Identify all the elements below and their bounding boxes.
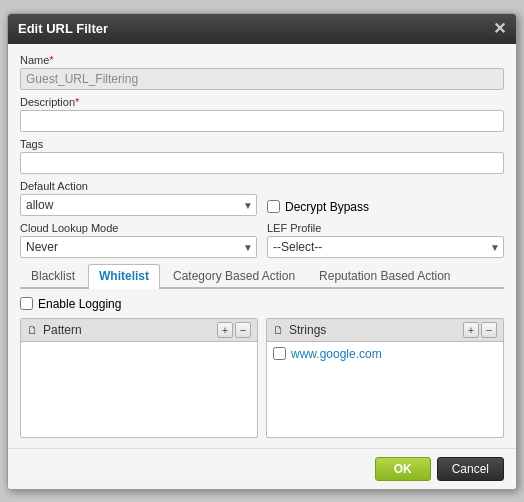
strings-header-left: 🗋 Strings: [273, 323, 326, 337]
cloud-lookup-wrap: Never Always On Demand ▼: [20, 236, 257, 258]
pattern-add-button[interactable]: +: [217, 322, 233, 338]
tabs-row: Blacklist Whitelist Category Based Actio…: [20, 264, 504, 289]
cloud-lookup-select[interactable]: Never Always On Demand: [20, 236, 257, 258]
decrypt-bypass-checkbox[interactable]: [267, 200, 280, 213]
default-action-row: Default Action allow block ▼ Decrypt Byp…: [20, 180, 504, 216]
pattern-header: 🗋 Pattern + −: [21, 319, 257, 342]
strings-icon: 🗋: [273, 324, 284, 336]
lef-profile-label: LEF Profile: [267, 222, 504, 234]
pattern-header-left: 🗋 Pattern: [27, 323, 82, 337]
table-row: www.google.com: [273, 345, 497, 363]
edit-url-filter-dialog: Edit URL Filter ✕ Name* Description* Tag…: [7, 13, 517, 490]
description-input[interactable]: [20, 110, 504, 132]
strings-actions: + −: [463, 322, 497, 338]
cloud-lef-row: Cloud Lookup Mode Never Always On Demand…: [20, 222, 504, 258]
pattern-panel: 🗋 Pattern + −: [20, 318, 258, 438]
name-label: Name*: [20, 54, 504, 66]
strings-header: 🗋 Strings + −: [267, 319, 503, 342]
strings-add-button[interactable]: +: [463, 322, 479, 338]
name-input[interactable]: [20, 68, 504, 90]
tags-label: Tags: [20, 138, 504, 150]
dialog-title: Edit URL Filter: [18, 21, 108, 36]
pattern-remove-button[interactable]: −: [235, 322, 251, 338]
decrypt-bypass-label: Decrypt Bypass: [285, 200, 369, 214]
name-field-row: Name*: [20, 54, 504, 90]
enable-logging-label: Enable Logging: [38, 297, 121, 311]
pattern-body: [21, 342, 257, 348]
table-section: 🗋 Pattern + − 🗋 Strings: [20, 318, 504, 438]
dialog-body: Name* Description* Tags Default Action a…: [8, 44, 516, 448]
tab-whitelist[interactable]: Whitelist: [88, 264, 160, 289]
tab-reputation-based-action[interactable]: Reputation Based Action: [308, 264, 461, 287]
enable-logging-row: Enable Logging: [20, 297, 504, 311]
pattern-icon: 🗋: [27, 324, 38, 336]
lef-profile-wrap: --Select-- ▼: [267, 236, 504, 258]
description-label: Description*: [20, 96, 504, 108]
cloud-lookup-col: Cloud Lookup Mode Never Always On Demand…: [20, 222, 257, 258]
name-required: *: [49, 54, 53, 66]
lef-profile-col: LEF Profile --Select-- ▼: [267, 222, 504, 258]
default-action-label: Default Action: [20, 180, 257, 192]
ok-button[interactable]: OK: [375, 457, 431, 481]
description-field-row: Description*: [20, 96, 504, 132]
strings-title: Strings: [289, 323, 326, 337]
default-action-select[interactable]: allow block: [20, 194, 257, 216]
pattern-actions: + −: [217, 322, 251, 338]
decrypt-bypass-row: Decrypt Bypass: [267, 200, 369, 216]
dialog-header: Edit URL Filter ✕: [8, 14, 516, 44]
tab-blacklist[interactable]: Blacklist: [20, 264, 86, 287]
row-checkbox[interactable]: [273, 347, 286, 360]
tags-field-row: Tags: [20, 138, 504, 174]
pattern-title: Pattern: [43, 323, 82, 337]
dialog-footer: OK Cancel: [8, 448, 516, 489]
default-action-col: Default Action allow block ▼: [20, 180, 257, 216]
tags-input[interactable]: [20, 152, 504, 174]
tab-category-based-action[interactable]: Category Based Action: [162, 264, 306, 287]
strings-panel: 🗋 Strings + − www.google.com: [266, 318, 504, 438]
row-value: www.google.com: [291, 347, 382, 361]
default-action-wrap: allow block ▼: [20, 194, 257, 216]
close-icon[interactable]: ✕: [493, 21, 506, 37]
cancel-button[interactable]: Cancel: [437, 457, 504, 481]
decrypt-bypass-col: Decrypt Bypass: [267, 180, 504, 216]
lef-profile-select[interactable]: --Select--: [267, 236, 504, 258]
enable-logging-checkbox[interactable]: [20, 297, 33, 310]
strings-remove-button[interactable]: −: [481, 322, 497, 338]
cloud-lookup-label: Cloud Lookup Mode: [20, 222, 257, 234]
strings-body: www.google.com: [267, 342, 503, 366]
